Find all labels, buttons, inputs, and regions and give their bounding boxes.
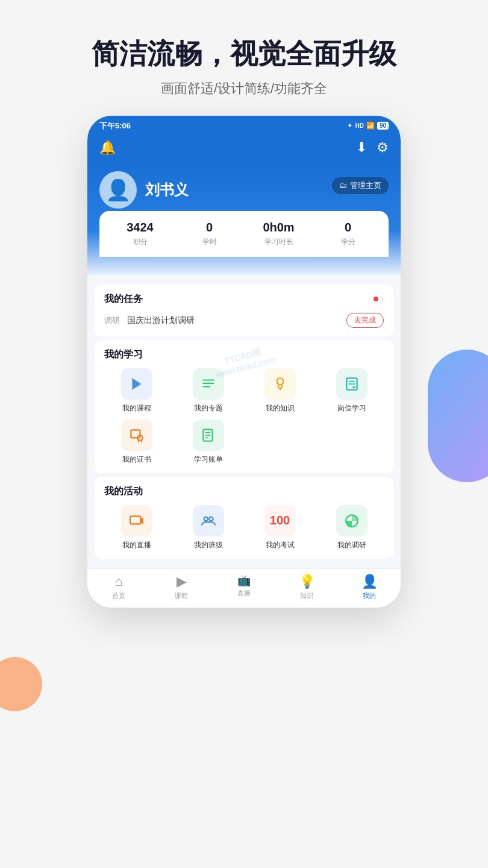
learning-title: 我的学习 (104, 348, 143, 361)
task-type: 调研 (104, 316, 120, 325)
bell-icon[interactable]: 🔔 (99, 140, 116, 156)
my-live-icon (121, 505, 152, 536)
empty-col-4 (319, 420, 384, 465)
tab-knowledge-icon: 💡 (299, 574, 315, 590)
tab-live-label: 直播 (237, 589, 251, 598)
position-learning-label: 岗位学习 (337, 403, 366, 414)
manage-label: 管理主页 (350, 180, 381, 191)
profile-name: 刘书义 (145, 180, 189, 200)
tab-home[interactable]: ⌂ 首页 (87, 574, 150, 600)
manage-icon: 🗂 (339, 181, 347, 190)
chevron-right-icon[interactable]: › (381, 294, 384, 304)
status-bar: 下午5:06 ✦ HD 📶 90 (87, 116, 401, 136)
tab-courses[interactable]: ▶ 课程 (150, 574, 213, 600)
empty-col-3 (248, 420, 312, 465)
activities-title: 我的活动 (104, 485, 143, 498)
svg-point-4 (277, 378, 283, 385)
my-survey-label: 我的调研 (337, 540, 366, 550)
stat-hours: 0 学时 (175, 221, 244, 247)
my-class-label: 我的班级 (194, 540, 223, 550)
avatar: 👤 (99, 171, 137, 209)
my-live-label: 我的直播 (122, 540, 151, 550)
svg-point-20 (209, 517, 213, 521)
my-survey-item[interactable]: 我的调研 (319, 505, 384, 550)
learning-header: 我的学习 (104, 348, 384, 361)
tab-knowledge[interactable]: 💡 知识 (275, 574, 338, 600)
position-learning-icon (336, 368, 368, 400)
bluetooth-icon: ✦ (347, 122, 352, 130)
tab-courses-icon: ▶ (177, 574, 187, 590)
status-time: 下午5:06 (99, 121, 131, 131)
tab-home-label: 首页 (112, 591, 125, 600)
hd-badge: HD (355, 122, 363, 129)
download-icon[interactable]: ⬇ (356, 140, 367, 156)
my-knowledge-label: 我的知识 (266, 403, 295, 414)
my-certificates-item[interactable]: 我的证书 (104, 420, 169, 465)
my-live-item[interactable]: 我的直播 (104, 505, 169, 550)
my-class-item[interactable]: 我的班级 (176, 505, 240, 550)
svg-rect-17 (130, 516, 140, 524)
svg-rect-2 (202, 383, 214, 384)
my-exam-icon: 100 (264, 505, 296, 536)
top-text-section: 简洁流畅，视觉全面升级 画面舒适/设计简练/功能齐全 (0, 0, 488, 116)
phone-mockup: TTCAD网 www.ttcad.com 下午5:06 ✦ HD 📶 90 🔔 … (87, 116, 401, 608)
task-complete-button[interactable]: 去完成 (346, 313, 384, 328)
manage-homepage-button[interactable]: 🗂 管理主页 (332, 177, 389, 194)
header-right-icons: ⬇ ⚙ (356, 140, 389, 156)
my-topics-label: 我的专题 (194, 403, 223, 414)
tab-mine[interactable]: 👤 我的 (338, 574, 401, 600)
bg-decoration-orange (0, 657, 42, 711)
learning-bill-item[interactable]: 学习账单 (176, 420, 240, 465)
svg-rect-9 (131, 430, 140, 438)
main-title: 简洁流畅，视觉全面升级 (24, 36, 464, 72)
my-topics-icon (193, 368, 224, 400)
stat-credits: 0 学分 (313, 221, 383, 247)
activities-section: 我的活动 我的直播 我的班级 (95, 477, 393, 559)
stat-points-label: 积分 (105, 237, 175, 247)
profile-section: 👤 刘书义 🗂 管理主页 3424 积分 0 学时 0h0m (87, 165, 401, 275)
notification-dot (374, 297, 378, 301)
my-certificates-icon (121, 420, 152, 451)
my-topics-item[interactable]: 我的专题 (176, 368, 240, 414)
tab-bar: ⌂ 首页 ▶ 课程 📺 直播 💡 知识 👤 我的 (87, 568, 401, 608)
my-exam-item[interactable]: 100 我的考试 (248, 505, 312, 550)
my-certificates-label: 我的证书 (122, 454, 151, 465)
tab-mine-icon: 👤 (361, 574, 378, 590)
phone-container: TTCAD网 www.ttcad.com 下午5:06 ✦ HD 📶 90 🔔 … (0, 116, 488, 608)
stat-hours-value: 0 (175, 221, 244, 234)
my-courses-label: 我的课程 (122, 403, 151, 414)
position-learning-item[interactable]: 岗位学习 (319, 368, 384, 414)
stat-credits-label: 学分 (313, 237, 383, 247)
settings-icon[interactable]: ⚙ (377, 140, 389, 156)
svg-point-19 (204, 517, 208, 521)
my-survey-icon (336, 505, 368, 536)
stat-study-time: 0h0m 学习时长 (244, 221, 313, 247)
learning-section: 我的学习 我的课程 我的专题 (95, 340, 393, 473)
status-icons: ✦ HD 📶 90 (347, 122, 389, 130)
tasks-title: 我的任务 (104, 293, 143, 306)
task-info: 调研 国庆出游计划调研 (104, 315, 195, 326)
stat-hours-label: 学时 (175, 237, 244, 247)
my-exam-label: 我的考试 (266, 540, 295, 550)
my-class-icon (193, 505, 224, 536)
stats-row: 3424 积分 0 学时 0h0m 学习时长 0 学分 (99, 211, 389, 257)
svg-line-12 (141, 440, 142, 442)
stat-study-time-label: 学习时长 (244, 237, 313, 247)
stat-points-value: 3424 (105, 221, 175, 234)
svg-marker-0 (132, 378, 141, 390)
task-name: 国庆出游计划调研 (127, 315, 195, 325)
my-courses-icon (121, 368, 152, 400)
tab-live[interactable]: 📺 直播 (213, 574, 275, 600)
activities-header: 我的活动 (104, 485, 384, 498)
my-knowledge-icon (264, 368, 296, 400)
svg-rect-1 (202, 379, 214, 380)
my-knowledge-item[interactable]: 我的知识 (248, 368, 312, 414)
learning-bill-label: 学习账单 (194, 454, 223, 465)
tab-knowledge-label: 知识 (300, 591, 313, 600)
main-subtitle: 画面舒适/设计简练/功能齐全 (24, 80, 464, 98)
my-courses-item[interactable]: 我的课程 (104, 368, 169, 414)
exam-score-text: 100 (270, 514, 290, 527)
activities-grid: 我的直播 我的班级 100 我的考试 (104, 505, 384, 550)
avatar-icon: 👤 (105, 178, 131, 202)
svg-rect-3 (202, 386, 210, 387)
